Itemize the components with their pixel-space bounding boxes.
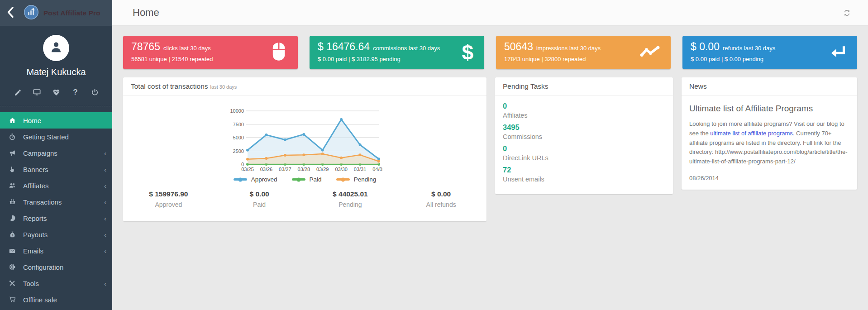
gear-icon bbox=[8, 263, 17, 271]
panels-row: Total cost of transactionslast 30 days 0… bbox=[123, 77, 857, 221]
tools-icon bbox=[8, 280, 17, 287]
sidebar-item-banners[interactable]: Banners ‹ bbox=[0, 161, 112, 177]
svg-text:03/30: 03/30 bbox=[335, 167, 348, 172]
sidebar-item-tools[interactable]: Tools ‹ bbox=[0, 275, 112, 291]
svg-text:03/27: 03/27 bbox=[279, 167, 291, 172]
sidebar-item-emails[interactable]: Emails ‹ bbox=[0, 243, 112, 259]
sidebar-item-reports[interactable]: Reports ‹ bbox=[0, 210, 112, 226]
heartbeat-icon[interactable] bbox=[51, 87, 61, 97]
sidebar-item-offline-sale[interactable]: Offline sale bbox=[0, 291, 112, 308]
svg-text:03/26: 03/26 bbox=[260, 167, 273, 172]
basket-icon bbox=[8, 198, 17, 205]
total-pending: $ 44025.01 Pending bbox=[305, 190, 396, 208]
monitor-icon[interactable] bbox=[32, 87, 42, 97]
pencil-icon[interactable] bbox=[13, 87, 23, 97]
dashboard-content: 78765 clicks last 30 days 56581 unique |… bbox=[112, 26, 868, 310]
sidebar-item-configuration[interactable]: Configuration bbox=[0, 259, 112, 275]
total-paid: $ 0.00 Paid bbox=[214, 190, 305, 208]
quick-actions: ? bbox=[0, 77, 112, 97]
sidebar-item-affiliates[interactable]: Affiliates ‹ bbox=[0, 177, 112, 194]
sidebar-divider bbox=[0, 106, 112, 106]
chevron-left-icon: ‹ bbox=[104, 280, 106, 287]
news-date: 08/26/2014 bbox=[689, 175, 849, 181]
sidebar-item-label: Configuration bbox=[23, 263, 63, 271]
impressions-card: 50643 impressions last 30 days 17843 uni… bbox=[496, 36, 671, 69]
refunds-card: $ 0.00 refunds last 30 days $ 0.00 paid … bbox=[682, 36, 857, 69]
transactions-panel: Total cost of transactionslast 30 days 0… bbox=[123, 77, 486, 221]
chevron-left-icon: ‹ bbox=[104, 199, 106, 205]
sidebar-item-campaigns[interactable]: Campaigns ‹ bbox=[0, 145, 112, 161]
pie-chart-icon bbox=[8, 215, 17, 222]
svg-text:2500: 2500 bbox=[233, 148, 244, 154]
power-icon[interactable] bbox=[90, 87, 100, 97]
refunds-sub: $ 0.00 paid | $ 0.00 pending bbox=[691, 56, 849, 62]
transactions-chart: 02500500075001000003/2503/2603/2703/2803… bbox=[227, 105, 383, 175]
sidebar-item-label: Emails bbox=[23, 247, 43, 255]
clicks-value: 78765 bbox=[131, 41, 160, 53]
legend-pending: Pending bbox=[336, 176, 377, 183]
brand-logo[interactable]: Post Affiliate Pro bbox=[24, 5, 100, 22]
sidebar-item-label: Campaigns bbox=[23, 149, 57, 157]
user-name: Matej Kukucka bbox=[0, 67, 112, 77]
news-panel: News Ultimate list of Affiliate Programs… bbox=[682, 77, 857, 190]
avatar[interactable] bbox=[43, 35, 69, 61]
impressions-value: 50643 bbox=[504, 41, 533, 53]
legend-approved: Approved bbox=[234, 176, 277, 183]
svg-text:03/29: 03/29 bbox=[316, 167, 329, 172]
brand-name: Post Affiliate Pro bbox=[43, 9, 100, 17]
pending-tasks-header: Pending Tasks bbox=[495, 77, 673, 95]
refunds-value: $ 0.00 bbox=[691, 41, 720, 53]
sidebar-item-getting-started[interactable]: Getting Started bbox=[0, 129, 112, 145]
pending-affiliates: 0 Affiliates bbox=[503, 102, 665, 119]
dollar-icon: $ bbox=[462, 42, 473, 63]
svg-text:03/25: 03/25 bbox=[241, 167, 254, 172]
impressions-sub: 17843 unique | 32800 repeated bbox=[504, 56, 663, 62]
svg-text:03/31: 03/31 bbox=[354, 167, 367, 172]
sidebar-item-home[interactable]: Home bbox=[0, 112, 112, 129]
sidebar-item-payouts[interactable]: $ Payouts ‹ bbox=[0, 226, 112, 243]
megaphone-icon bbox=[8, 149, 17, 157]
stat-cards-row: 78765 clicks last 30 days 56581 unique |… bbox=[123, 36, 857, 69]
pending-unsent-emails: 72 Unsent emails bbox=[503, 166, 665, 183]
pending-tasks-panel: Pending Tasks 0 Affiliates 3495 Commissi… bbox=[495, 77, 673, 194]
svg-text:10000: 10000 bbox=[230, 108, 244, 114]
pending-direclink-urls: 0 DirecLink URLs bbox=[503, 144, 665, 162]
news-link[interactable]: ultimate list of affiliate programs. bbox=[710, 130, 794, 137]
person-icon bbox=[49, 40, 63, 56]
collapse-sidebar-button[interactable] bbox=[7, 7, 14, 19]
logo-arrows-icon bbox=[24, 5, 39, 22]
svg-text:03/28: 03/28 bbox=[298, 167, 310, 172]
user-profile: Matej Kukucka bbox=[0, 26, 112, 77]
hand-pointer-icon bbox=[8, 166, 17, 173]
home-icon bbox=[8, 117, 17, 124]
main-area: Home 78765 clicks last 30 days 56581 uni… bbox=[112, 0, 868, 310]
chevron-left-icon bbox=[7, 7, 14, 19]
sidebar-item-label: Getting Started bbox=[23, 133, 69, 141]
chevron-left-icon: ‹ bbox=[104, 248, 106, 254]
chevron-left-icon: ‹ bbox=[104, 150, 106, 157]
sidebar-item-label: Tools bbox=[23, 280, 39, 287]
refunds-label: refunds last 30 days bbox=[723, 45, 775, 52]
clicks-sub: 56581 unique | 21540 repeated bbox=[131, 56, 290, 62]
trend-line-icon bbox=[640, 45, 660, 60]
refresh-icon[interactable] bbox=[843, 9, 851, 17]
cart-icon bbox=[8, 296, 17, 303]
transactions-panel-title: Total cost of transactions bbox=[131, 82, 208, 90]
sidebar-item-label: Payouts bbox=[23, 231, 48, 238]
pending-commissions: 3495 Commissions bbox=[503, 123, 665, 140]
legend-paid: Paid bbox=[292, 176, 322, 183]
sidebar-item-transactions[interactable]: Transactions ‹ bbox=[0, 194, 112, 210]
chevron-left-icon: ‹ bbox=[104, 231, 106, 238]
pending-tasks-body: 0 Affiliates 3495 Commissions 0 DirecLin… bbox=[495, 95, 673, 194]
clicks-card: 78765 clicks last 30 days 56581 unique |… bbox=[123, 36, 298, 69]
transactions-panel-subtitle: last 30 days bbox=[210, 84, 237, 90]
impressions-label: impressions last 30 days bbox=[536, 45, 601, 52]
commissions-sub: $ 0.00 paid | $ 3182.95 pending bbox=[318, 56, 476, 62]
area-chart: 02500500075001000003/2503/2603/2703/2803… bbox=[227, 105, 383, 173]
chart-legend: ApprovedPaidPending bbox=[123, 176, 486, 183]
chevron-left-icon: ‹ bbox=[104, 215, 106, 222]
top-bar: Home bbox=[112, 0, 868, 26]
help-icon[interactable]: ? bbox=[71, 87, 81, 97]
clicks-label: clicks last 30 days bbox=[163, 45, 211, 52]
envelope-icon bbox=[8, 248, 17, 254]
